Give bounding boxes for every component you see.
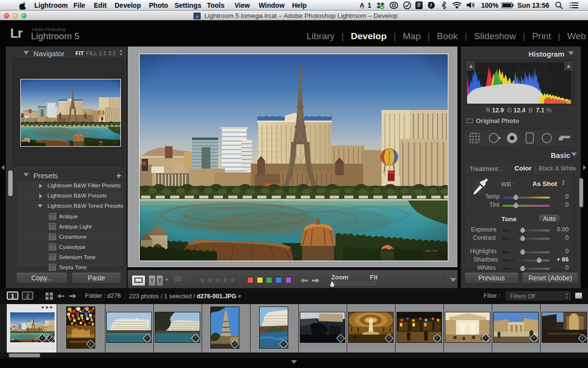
svg-text:u: u <box>196 14 198 19</box>
